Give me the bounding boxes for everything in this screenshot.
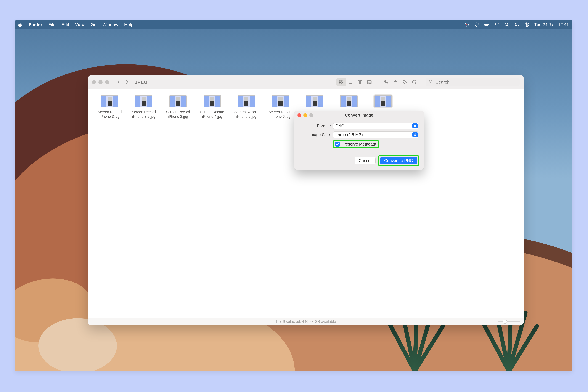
file-thumbnail: [238, 95, 255, 107]
svg-rect-22: [360, 80, 361, 84]
window-title: JPEG: [135, 80, 148, 85]
svg-rect-27: [370, 84, 371, 84]
dialog-title: Convert Image: [345, 113, 373, 118]
image-size-label: Image Size:: [300, 132, 331, 137]
svg-rect-3: [488, 24, 488, 25]
image-size-value: Large (1.5 MB): [336, 132, 363, 137]
view-icons-button[interactable]: [336, 78, 346, 86]
nav-forward-button[interactable]: [124, 80, 129, 85]
file-name-label: Screen Record iPhone 3.5.jpg: [129, 110, 159, 119]
svg-point-6: [505, 23, 508, 26]
group-by-button[interactable]: [384, 80, 388, 85]
battery-icon[interactable]: [484, 22, 489, 27]
menu-help[interactable]: Help: [124, 22, 133, 27]
svg-rect-26: [369, 84, 370, 84]
svg-point-8: [515, 23, 516, 24]
close-button[interactable]: [92, 80, 96, 84]
preserve-metadata-checkbox[interactable]: [335, 142, 340, 146]
svg-rect-16: [339, 82, 341, 84]
file-thumbnail: [204, 95, 221, 107]
view-gallery-button[interactable]: [365, 78, 374, 86]
format-select[interactable]: PNG: [333, 122, 418, 129]
menu-bar: Finder File Edit View Go Window Help: [15, 20, 572, 29]
svg-line-40: [432, 82, 432, 83]
select-stepper-icon: [412, 132, 418, 137]
apple-menu-icon[interactable]: [18, 22, 23, 27]
shield-icon[interactable]: [474, 22, 479, 27]
preserve-metadata-highlight: Preserve Metadata: [333, 140, 379, 148]
svg-point-5: [496, 26, 497, 26]
convert-image-dialog: Convert Image Format: PNG Image Size: La…: [294, 111, 424, 170]
file-item[interactable]: Screen Record iPhone 5.jpg: [229, 93, 264, 120]
macos-desktop: Finder File Edit View Go Window Help: [15, 20, 572, 371]
svg-point-39: [429, 80, 432, 82]
file-name-label: Screen Record iPhone 4.jpg: [197, 110, 227, 119]
svg-rect-23: [361, 80, 362, 84]
view-list-button[interactable]: [346, 78, 355, 86]
icon-size-slider[interactable]: [498, 320, 520, 323]
dialog-zoom-button[interactable]: [309, 113, 313, 117]
svg-rect-21: [358, 80, 359, 84]
menu-edit[interactable]: Edit: [62, 22, 69, 27]
svg-point-37: [414, 82, 414, 82]
control-center-icon[interactable]: [514, 22, 520, 27]
svg-rect-29: [384, 82, 386, 83]
dialog-minimize-button[interactable]: [304, 113, 307, 117]
menubar-date[interactable]: Tue 24 Jan: [534, 22, 556, 27]
file-name-label: Screen Record iPhone 6.jpg: [266, 110, 296, 119]
user-icon[interactable]: [524, 22, 530, 27]
actions-button[interactable]: [412, 80, 417, 85]
cancel-button[interactable]: Cancel: [354, 157, 376, 164]
preserve-metadata-label[interactable]: Preserve Metadata: [342, 142, 376, 146]
file-item[interactable]: Screen Record iPhone 3.5.jpg: [127, 93, 161, 120]
view-columns-button[interactable]: [355, 78, 365, 86]
nav-back-button[interactable]: [116, 80, 121, 85]
svg-rect-15: [342, 80, 343, 82]
svg-rect-4: [485, 24, 488, 25]
view-mode-group: [336, 78, 374, 86]
menubar-time[interactable]: 12:41: [558, 22, 569, 27]
file-thumbnail: [272, 95, 289, 107]
menu-window[interactable]: Window: [102, 22, 118, 27]
file-name-label: Screen Record iPhone 2.jpg: [163, 110, 193, 119]
search-icon: [429, 79, 433, 85]
file-item[interactable]: Screen Record iPhone 3.jpg: [92, 93, 127, 120]
finder-titlebar: JPEG: [88, 75, 524, 90]
tags-button[interactable]: [402, 80, 407, 85]
file-thumbnail: [169, 95, 186, 107]
fullscreen-button[interactable]: [105, 80, 109, 84]
menu-file[interactable]: File: [48, 22, 56, 27]
app-name[interactable]: Finder: [29, 22, 42, 27]
svg-point-10: [517, 25, 518, 26]
menu-go[interactable]: Go: [91, 22, 96, 27]
menu-view[interactable]: View: [75, 22, 85, 27]
spotlight-icon[interactable]: [504, 22, 510, 27]
minimize-button[interactable]: [98, 80, 102, 84]
share-button[interactable]: [393, 80, 398, 85]
file-name-label: Screen Record iPhone 3.jpg: [95, 110, 124, 119]
convert-button[interactable]: Convert to PNG: [380, 157, 417, 164]
svg-rect-17: [342, 82, 343, 84]
search-input[interactable]: [435, 80, 516, 85]
file-item[interactable]: Screen Record iPhone 2.jpg: [161, 93, 195, 120]
status-text: 1 of 9 selected, 440.58 GB available: [276, 320, 336, 324]
svg-rect-14: [339, 80, 341, 82]
wifi-icon[interactable]: [494, 22, 500, 27]
file-thumbnail: [374, 95, 392, 107]
search-field[interactable]: [426, 78, 520, 86]
svg-point-34: [404, 81, 404, 82]
finder-status-bar: 1 of 9 selected, 440.58 GB available: [88, 318, 524, 325]
svg-point-36: [413, 82, 414, 82]
record-status-icon[interactable]: [464, 22, 469, 27]
svg-point-13: [526, 23, 528, 25]
file-item[interactable]: Screen Record iPhone 4.jpg: [195, 93, 229, 120]
format-label: Format:: [300, 124, 331, 128]
dialog-close-button[interactable]: [298, 113, 301, 117]
file-name-label: Screen Record iPhone 5.jpg: [232, 110, 261, 119]
file-item[interactable]: Screen Record iPhone 6.jpg: [264, 93, 298, 120]
convert-button-highlight: Convert to PNG: [378, 155, 419, 166]
format-value: PNG: [336, 124, 344, 128]
select-stepper-icon: [412, 124, 418, 128]
image-size-select[interactable]: Large (1.5 MB): [333, 132, 418, 138]
file-thumbnail: [306, 95, 323, 107]
